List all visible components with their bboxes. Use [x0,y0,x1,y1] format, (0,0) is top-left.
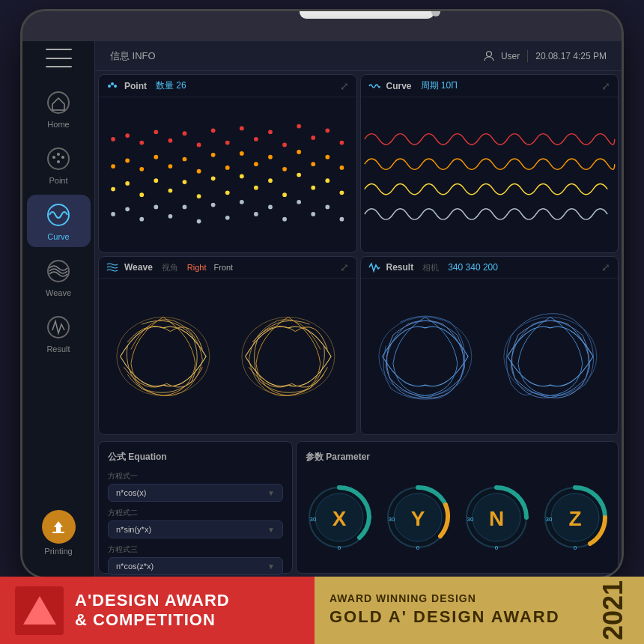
bottom-section: 公式 Equation 方程式一 n*cos(x) ▼ 方程式二 [95,438,622,577]
award-subtitle: AWARD WINNING DESIGN [329,592,476,604]
sidebar-item-label-curve: Curve [47,232,69,241]
svg-point-42 [268,155,273,160]
knob-y[interactable]: 30 0 Y [384,484,452,551]
svg-point-55 [211,176,216,180]
svg-point-31 [111,164,115,168]
expand-curve-button[interactable]: ⤢ [601,80,610,92]
sidebar-item-printing[interactable]: Printing [27,504,91,562]
svg-text:30: 30 [546,516,553,523]
datetime: 20.08.17 4:25 PM [535,51,607,61]
panel-weave-title: Weave [124,262,153,273]
sidebar-item-curve[interactable]: Curve [27,195,91,247]
point-visualization [99,97,356,252]
equation-row-2: 方程式二 n*sin(y*x) ▼ [108,508,283,538]
header-right: User 20.08.17 4:25 PM [483,50,607,62]
sidebar-item-home[interactable]: Home [27,82,91,135]
svg-point-11 [108,85,111,88]
curve-panel-icon [368,80,380,92]
svg-point-26 [282,143,287,148]
svg-point-68 [154,205,158,210]
svg-text:0: 0 [495,544,499,551]
award-year: 2021 [598,580,629,640]
point-panel-icon [106,80,118,92]
panel-curve-header: Curve 周期 10Π ⤢ [361,75,619,97]
svg-point-85 [503,318,596,396]
svg-point-71 [197,219,201,224]
svg-point-64 [340,190,344,195]
panel-weave: Weave 视角 Right Front ⤢ [98,256,357,435]
svg-point-1 [48,148,69,169]
svg-point-60 [282,192,287,197]
main-content: 信息 INFO User 20.08.17 4:25 PM [95,41,622,577]
panel-result-body [361,279,619,434]
knob-x[interactable]: 30 0 X [306,484,373,551]
knob-n[interactable]: 30 0 N [463,484,530,551]
svg-point-79 [311,212,315,216]
result-visualization [361,279,619,434]
expand-result-button[interactable]: ⤢ [601,261,610,273]
panel-weave-view-right: Right [187,263,207,272]
svg-point-45 [311,162,315,166]
user-icon [483,50,495,62]
eq-select-1[interactable]: n*cos(x) ▼ [108,484,283,502]
knob-z-container: 30 0 Z [541,484,609,551]
panel-point: Point 数量 26 ⤢ [98,74,357,253]
svg-point-63 [325,178,329,183]
svg-point-39 [225,165,230,170]
svg-point-74 [240,200,244,204]
svg-point-46 [325,155,329,160]
svg-text:30: 30 [389,516,395,523]
equation-panel: 公式 Equation 方程式一 n*cos(x) ▼ 方程式二 [98,441,293,574]
svg-point-53 [183,180,187,184]
svg-point-17 [154,130,158,134]
sidebar-item-point[interactable]: Point [27,139,91,191]
print-icon [48,517,69,538]
expand-weave-button[interactable]: ⤢ [340,261,349,273]
svg-point-57 [240,174,244,179]
svg-point-54 [197,194,201,198]
eq-select-2[interactable]: n*sin(y*x) ▼ [108,520,283,538]
panel-curve: Curve 周期 10Π ⤢ [360,74,619,253]
eq-select-3[interactable]: n*cos(z*x) ▼ [108,557,283,575]
knob-z[interactable]: 30 0 Z [541,484,609,551]
svg-point-14 [111,137,115,142]
sidebar-item-label-printing: Printing [44,547,72,556]
svg-point-58 [254,186,258,190]
menu-button[interactable] [46,49,72,67]
svg-point-37 [197,169,201,174]
parameter-panel: 参数 Parameter [296,441,619,574]
svg-point-36 [183,157,187,162]
svg-point-72 [211,203,216,207]
svg-point-22 [225,141,230,145]
svg-point-13 [114,85,117,88]
svg-point-56 [225,190,230,195]
panel-result-camera-values: 340 340 200 [448,262,498,273]
svg-point-70 [183,205,187,210]
svg-point-10 [486,51,491,56]
award-gold-title: GOLD A' DESIGN AWARD [329,607,560,626]
sidebar: Home Point [22,41,95,577]
sidebar-item-label-result: Result [46,344,70,353]
equation-row-3: 方程式三 n*cos(z*x) ▼ [108,544,283,575]
panel-weave-view-label: 视角 [162,262,178,273]
svg-point-82 [117,318,210,396]
svg-point-27 [297,124,301,129]
award-banner: A'DESIGN AWARD & COMPETITION AWARD WINNI… [0,577,644,644]
equation-title: 公式 Equation [108,451,283,464]
svg-point-80 [325,205,329,210]
svg-point-81 [340,217,344,222]
svg-point-6 [48,204,69,225]
svg-point-12 [111,82,114,85]
panel-result-header: Result 相机 340 340 200 ⤢ [361,257,619,279]
expand-point-button[interactable]: ⤢ [340,80,349,92]
panel-result-title: Result [386,262,414,273]
award-left-text: A'DESIGN AWARD & COMPETITION [75,591,230,631]
sidebar-item-weave[interactable]: Weave [27,251,91,303]
panel-point-subtitle: 数量 26 [156,79,186,92]
panel-weave-header: Weave 视角 Right Front ⤢ [99,257,356,279]
sidebar-item-result[interactable]: Result [27,307,91,359]
svg-point-52 [168,189,173,193]
panel-result: Result 相机 340 340 200 ⤢ [360,256,619,435]
eq-label-1: 方程式一 [108,471,283,482]
app-screen: Home Point [22,41,622,577]
